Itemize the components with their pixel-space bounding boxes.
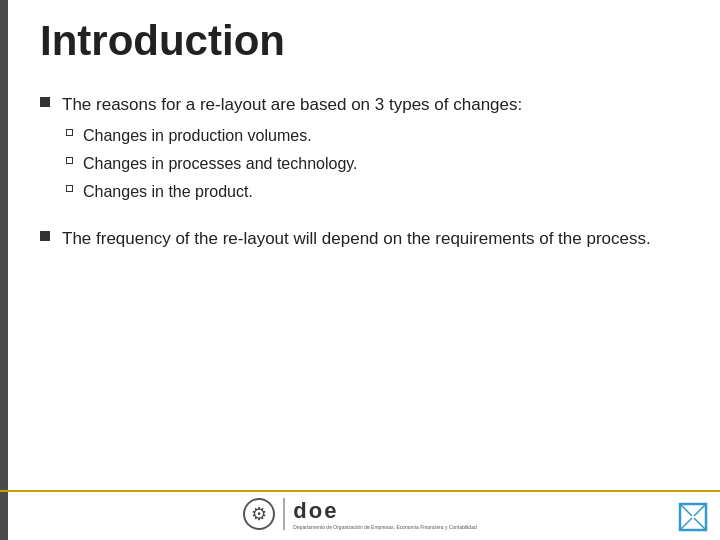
bullet-square-1: [40, 97, 50, 107]
content-section: The reasons for a re-layout are based on…: [30, 92, 690, 251]
bottom-bar-decoration: [0, 490, 720, 492]
sub-bullet-2: Changes in processes and technology.: [66, 152, 522, 176]
sub-bullet-square-1: [66, 129, 73, 136]
logo-subtitle-text: Departamento de Organización de Empresas…: [293, 524, 476, 530]
sub-bullet-1: Changes in production volumes.: [66, 124, 522, 148]
logo-text-block: doe Departamento de Organización de Empr…: [293, 498, 476, 530]
sub-bullets-list: Changes in production volumes. Changes i…: [62, 124, 522, 204]
svg-line-3: [680, 518, 692, 530]
bullet-1-text: The reasons for a re-layout are based on…: [62, 95, 522, 114]
corner-shape-decoration: [678, 502, 708, 532]
logo-doe-text: doe: [293, 498, 476, 524]
slide: Introduction The reasons for a re-layout…: [0, 0, 720, 540]
slide-title: Introduction: [40, 18, 690, 64]
sub-bullet-square-3: [66, 185, 73, 192]
logo-divider: [283, 498, 285, 530]
sub-bullet-3-text: Changes in the product.: [83, 180, 253, 204]
sub-bullet-2-text: Changes in processes and technology.: [83, 152, 358, 176]
sub-bullet-3: Changes in the product.: [66, 180, 522, 204]
left-border-decoration: [0, 0, 8, 540]
title-section: Introduction: [30, 18, 690, 64]
bullet-1-content: The reasons for a re-layout are based on…: [62, 92, 522, 208]
footer-section: ⚙ doe Departamento de Organización de Em…: [0, 498, 720, 530]
svg-line-4: [694, 518, 706, 530]
bullet-2-text: The frequency of the re-layout will depe…: [62, 226, 651, 252]
sub-bullet-square-2: [66, 157, 73, 164]
bullet-item-2: The frequency of the re-layout will depe…: [40, 226, 690, 252]
logo-circle: ⚙: [243, 498, 275, 530]
svg-line-2: [694, 504, 706, 516]
svg-line-1: [680, 504, 692, 516]
bullet-square-2: [40, 231, 50, 241]
bullet-item-1: The reasons for a re-layout are based on…: [40, 92, 690, 208]
sub-bullet-1-text: Changes in production volumes.: [83, 124, 312, 148]
gear-icon: ⚙: [251, 503, 267, 525]
